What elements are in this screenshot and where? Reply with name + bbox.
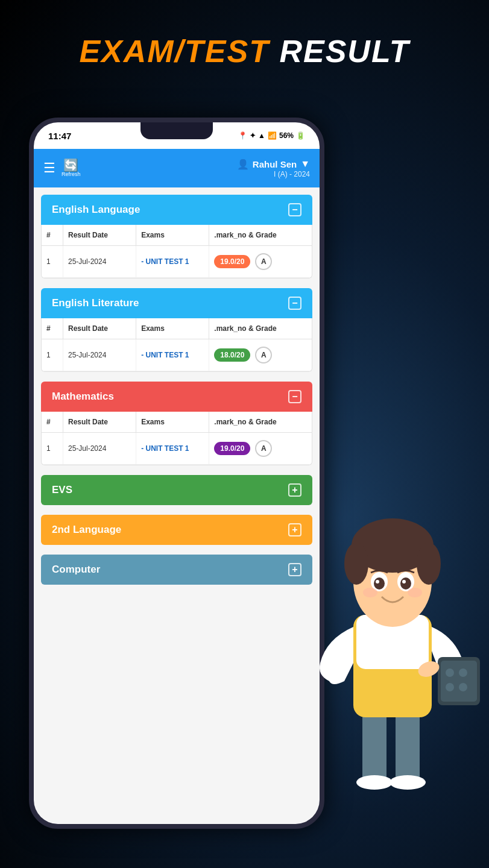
- subject-header-2nd-language[interactable]: 2nd Language +: [41, 515, 312, 545]
- svg-point-22: [446, 683, 454, 691]
- app-header: ☰ 🔄 Refresh 👤 Rahul Sen ▼ I (A) - 2024: [34, 149, 320, 187]
- cell-exam: - UNIT TEST 1: [136, 433, 209, 464]
- status-time: 11:47: [48, 131, 71, 141]
- subject-header-english-language[interactable]: English Language −: [41, 195, 312, 225]
- cell-marks: 18.0/20 A: [209, 339, 312, 371]
- table-row: 1 25-Jul-2024 - UNIT TEST 1 18.0/20 A: [42, 339, 312, 371]
- table-row: 1 25-Jul-2024 - UNIT TEST 1 19.0/20 A: [42, 246, 312, 278]
- collapsed-section-computer: Computer +: [41, 555, 312, 585]
- col-no: #: [42, 225, 63, 245]
- user-name: Rahul Sen: [253, 159, 297, 169]
- cell-date: 25-Jul-2024: [63, 433, 136, 464]
- app-content: English Language − # Result Date Exams .…: [34, 187, 320, 824]
- exam-link[interactable]: - UNIT TEST 1: [141, 444, 189, 453]
- svg-point-14: [376, 580, 379, 583]
- subject-name-computer: Computer: [52, 564, 100, 576]
- svg-rect-0: [362, 711, 386, 784]
- cell-exam: - UNIT TEST 1: [136, 339, 209, 371]
- title-part1: EXAM/TEST: [79, 34, 270, 69]
- grade-circle: A: [255, 347, 272, 363]
- user-class: I (A) - 2024: [237, 170, 310, 178]
- cell-exam: - UNIT TEST 1: [136, 246, 209, 277]
- toggle-mathematics[interactable]: −: [288, 390, 301, 403]
- col-exams: Exams: [136, 412, 209, 432]
- toggle-english-literature[interactable]: −: [288, 297, 301, 310]
- col-marks: .mark_no & Grade: [209, 412, 312, 432]
- subject-name-2nd-language: 2nd Language: [52, 524, 121, 536]
- table-header-mathematics: # Result Date Exams .mark_no & Grade: [42, 412, 312, 433]
- cell-no: 1: [42, 339, 63, 371]
- cell-date: 25-Jul-2024: [63, 246, 136, 277]
- grade-circle: A: [255, 440, 272, 457]
- collapsed-section-evs: EVS +: [41, 475, 312, 505]
- marks-grade: 19.0/20 A: [214, 253, 272, 270]
- table-english-language: # Result Date Exams .mark_no & Grade 1 2…: [41, 225, 312, 278]
- phone-notch: [140, 122, 213, 139]
- cell-no: 1: [42, 433, 63, 464]
- subject-section-english-literature: English Literature − # Result Date Exams…: [41, 288, 312, 372]
- subject-name-english-language: English Language: [52, 204, 140, 216]
- svg-point-8: [344, 542, 368, 585]
- svg-point-2: [356, 775, 393, 790]
- cell-no: 1: [42, 246, 63, 277]
- marks-grade: 19.0/20 A: [214, 440, 272, 457]
- title-part2: RESULT: [270, 34, 410, 69]
- location-icon: 📍: [238, 131, 247, 140]
- subject-header-mathematics[interactable]: Mathematics −: [41, 382, 312, 412]
- refresh-icon: 🔄: [63, 159, 78, 171]
- battery-icon: 🔋: [296, 131, 305, 140]
- cell-marks: 19.0/20 A: [209, 433, 312, 464]
- grade-circle: A: [255, 253, 272, 270]
- refresh-button[interactable]: 🔄 Refresh: [62, 159, 81, 177]
- table-mathematics: # Result Date Exams .mark_no & Grade 1 2…: [41, 412, 312, 465]
- wifi-icon: ▲: [258, 131, 265, 140]
- col-no: #: [42, 318, 63, 339]
- svg-point-16: [363, 588, 377, 597]
- collapsed-section-2nd-language: 2nd Language +: [41, 515, 312, 545]
- svg-point-23: [459, 683, 467, 691]
- svg-point-13: [400, 577, 411, 590]
- cell-marks: 19.0/20 A: [209, 246, 312, 277]
- subject-name-english-literature: English Literature: [52, 297, 139, 309]
- subject-header-evs[interactable]: EVS +: [41, 475, 312, 505]
- svg-rect-19: [441, 661, 477, 702]
- col-date: Result Date: [63, 412, 136, 432]
- header-left: ☰ 🔄 Refresh: [43, 159, 81, 177]
- subject-header-english-literature[interactable]: English Literature −: [41, 288, 312, 318]
- col-date: Result Date: [63, 318, 136, 339]
- svg-point-20: [446, 668, 454, 677]
- table-english-literature: # Result Date Exams .mark_no & Grade 1 2…: [41, 318, 312, 372]
- col-date: Result Date: [63, 225, 136, 245]
- marks-badge: 19.0/20: [214, 255, 250, 268]
- col-marks: .mark_no & Grade: [209, 318, 312, 339]
- battery-text: 56%: [279, 131, 294, 140]
- subject-header-computer[interactable]: Computer +: [41, 555, 312, 585]
- bluetooth-icon: ✦: [250, 131, 256, 140]
- svg-point-3: [390, 775, 426, 790]
- svg-point-17: [408, 588, 422, 597]
- svg-rect-1: [396, 711, 420, 784]
- dropdown-icon[interactable]: ▼: [300, 159, 310, 169]
- page-title: EXAM/TEST RESULT: [79, 33, 409, 69]
- exam-link[interactable]: - UNIT TEST 1: [141, 257, 189, 266]
- marks-grade: 18.0/20 A: [214, 347, 272, 363]
- table-header-english-literature: # Result Date Exams .mark_no & Grade: [42, 318, 312, 339]
- subject-section-english-language: English Language − # Result Date Exams .…: [41, 195, 312, 278]
- table-header-english-language: # Result Date Exams .mark_no & Grade: [42, 225, 312, 246]
- exam-link[interactable]: - UNIT TEST 1: [141, 351, 189, 359]
- svg-point-12: [374, 577, 385, 590]
- marks-badge: 18.0/20: [214, 348, 250, 362]
- svg-point-15: [402, 580, 406, 583]
- toggle-english-language[interactable]: −: [288, 203, 301, 216]
- subject-name-mathematics: Mathematics: [52, 391, 114, 403]
- refresh-label: Refresh: [62, 171, 81, 177]
- header-right: 👤 Rahul Sen ▼ I (A) - 2024: [237, 159, 310, 178]
- svg-point-9: [417, 542, 441, 585]
- marks-badge: 19.0/20: [214, 442, 250, 455]
- table-row: 1 25-Jul-2024 - UNIT TEST 1 19.0/20 A: [42, 433, 312, 465]
- signal-icon: 📶: [268, 131, 277, 140]
- user-icon: 👤: [237, 159, 249, 170]
- character-3d: [284, 482, 489, 832]
- menu-icon[interactable]: ☰: [43, 160, 55, 176]
- subject-section-mathematics: Mathematics − # Result Date Exams .mark_…: [41, 382, 312, 465]
